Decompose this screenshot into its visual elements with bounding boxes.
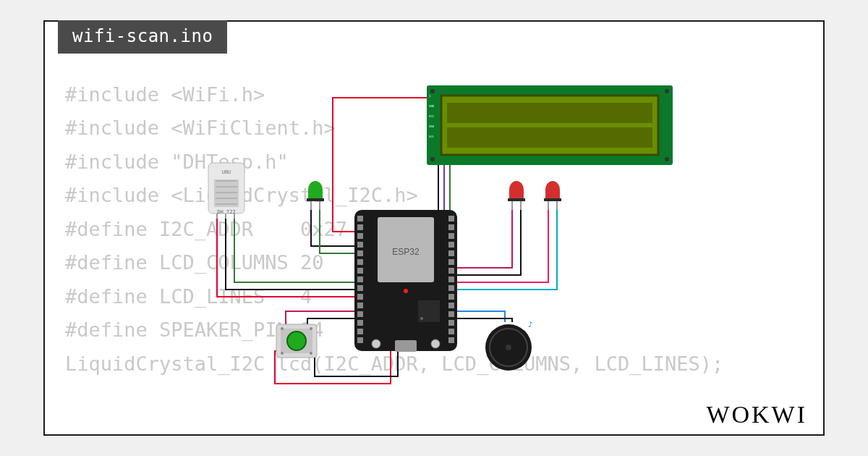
filename-tab: wifi-scan.ino (58, 20, 227, 54)
project-card: wifi-scan.ino #include <WiFi.h> #include… (43, 20, 825, 436)
filename-text: wifi-scan.ino (72, 26, 213, 46)
wokwi-brand: WOKWI (706, 401, 807, 428)
source-code: #include <WiFi.h> #include <WiFiClient.h… (65, 78, 723, 381)
